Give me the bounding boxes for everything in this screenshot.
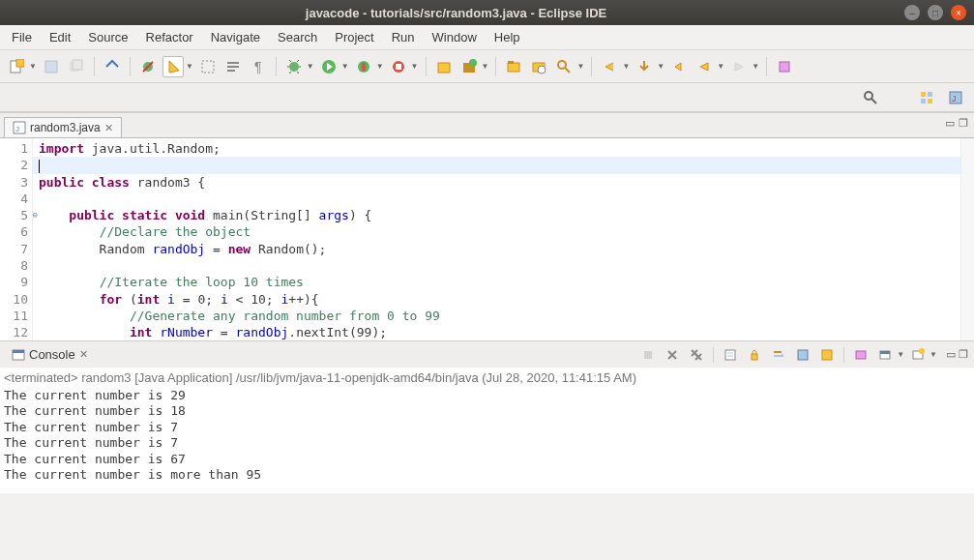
overview-ruler[interactable] — [960, 138, 974, 340]
coverage-button[interactable] — [353, 56, 374, 77]
window-titlebar: javacode - tutorials/src/random3.java - … — [0, 0, 974, 25]
open-task-button[interactable] — [528, 56, 549, 77]
menu-help[interactable]: Help — [487, 27, 528, 47]
next-annotation-button[interactable] — [634, 56, 655, 77]
window-maximize-button[interactable]: □ — [928, 5, 943, 20]
dropdown-icon[interactable]: ▼ — [897, 350, 904, 359]
code-line[interactable]: //Iterate the loop 10 times — [39, 274, 955, 290]
dropdown-icon[interactable]: ▼ — [411, 62, 419, 71]
code-line[interactable] — [39, 191, 955, 207]
toggle-breadcrumb-button[interactable] — [102, 56, 123, 77]
svg-rect-50 — [880, 351, 890, 354]
code-line[interactable]: public class random3 { — [39, 174, 955, 191]
svg-point-27 — [865, 92, 872, 100]
show-when-output-button[interactable] — [816, 344, 838, 366]
clear-console-button[interactable] — [720, 344, 741, 366]
forward-button[interactable] — [728, 56, 750, 77]
display-selected-console-button[interactable] — [874, 344, 896, 366]
new-package-button[interactable] — [458, 56, 480, 77]
menu-navigate[interactable]: Navigate — [203, 27, 268, 47]
code-editor[interactable]: 12345⊖67891011121314 import java.util.Ra… — [0, 137, 974, 340]
paragraph-button[interactable]: ¶ — [248, 56, 269, 77]
pin-editor-button[interactable] — [774, 56, 795, 77]
skip-breakpoints-button[interactable] — [137, 56, 159, 77]
menu-file[interactable]: File — [4, 27, 40, 47]
back-button[interactable] — [694, 56, 715, 77]
code-line[interactable]: //Generate any random number from 0 to 9… — [39, 308, 955, 324]
remove-all-terminated-button[interactable] — [686, 344, 707, 366]
minimize-icon[interactable]: ▭ — [945, 117, 955, 130]
main-toolbar: ▼ ▼ ¶ ▼ ▼ ▼ ▼ ▼ ▼ ▼ ▼ ▼ ▼ — [0, 50, 974, 83]
console-output[interactable]: <terminated> random3 [Java Application] … — [0, 368, 974, 493]
new-console-button[interactable] — [907, 344, 929, 366]
prev-edit-location-button[interactable] — [668, 56, 690, 77]
save-all-button[interactable] — [66, 56, 87, 77]
menu-project[interactable]: Project — [327, 27, 381, 47]
run-button[interactable] — [318, 56, 339, 77]
line-number: 4 — [0, 191, 28, 207]
code-area[interactable]: import java.util.Random;public class ran… — [33, 138, 960, 340]
line-number: 1 — [0, 140, 28, 157]
remove-launch-button[interactable] — [662, 344, 683, 366]
menu-source[interactable]: Source — [80, 27, 135, 47]
new-java-project-button[interactable] — [433, 56, 455, 77]
window-close-button[interactable]: × — [951, 5, 966, 20]
show-whitespace-button[interactable] — [222, 56, 244, 77]
toggle-block-selection-button[interactable] — [197, 56, 219, 77]
dropdown-icon[interactable]: ▼ — [930, 350, 937, 359]
dropdown-icon[interactable]: ▼ — [622, 62, 630, 71]
menu-run[interactable]: Run — [384, 27, 423, 47]
save-button[interactable] — [41, 56, 62, 77]
dropdown-icon[interactable]: ▼ — [186, 62, 193, 71]
code-line[interactable] — [39, 257, 955, 274]
open-console-button[interactable] — [850, 344, 871, 366]
scroll-lock-button[interactable] — [744, 344, 765, 366]
code-line[interactable]: public static void main(String[] args) { — [39, 207, 955, 223]
java-perspective-icon[interactable]: J — [945, 87, 966, 108]
open-perspective-button[interactable] — [916, 87, 937, 108]
close-tab-icon[interactable]: ✕ — [104, 122, 113, 134]
menu-refactor[interactable]: Refactor — [138, 27, 201, 47]
new-button[interactable] — [6, 56, 27, 77]
word-wrap-button[interactable] — [768, 344, 789, 366]
menu-bar: File Edit Source Refactor Navigate Searc… — [0, 25, 974, 50]
code-line[interactable]: import java.util.Random; — [39, 140, 955, 157]
debug-button[interactable] — [283, 56, 305, 77]
dropdown-icon[interactable]: ▼ — [376, 62, 384, 71]
dropdown-icon[interactable]: ▼ — [717, 62, 724, 71]
dropdown-icon[interactable]: ▼ — [29, 62, 37, 71]
close-console-icon[interactable]: ✕ — [79, 348, 88, 361]
minimize-view-icon[interactable]: ▭ — [946, 348, 956, 361]
maximize-view-icon[interactable]: ❐ — [959, 348, 968, 361]
code-line[interactable]: Random randObj = new Random(); — [39, 241, 955, 257]
open-type-button[interactable] — [503, 56, 524, 77]
code-line[interactable] — [39, 157, 955, 173]
window-minimize-button[interactable]: – — [904, 5, 920, 20]
console-tab[interactable]: Console ✕ — [6, 344, 94, 365]
run-last-button[interactable] — [388, 56, 409, 77]
dropdown-icon[interactable]: ▼ — [576, 62, 584, 71]
menu-search[interactable]: Search — [270, 27, 325, 47]
dropdown-icon[interactable]: ▼ — [657, 62, 664, 71]
svg-rect-39 — [644, 351, 652, 359]
code-line[interactable]: for (int i = 0; i < 10; i++){ — [39, 291, 955, 308]
dropdown-icon[interactable]: ▼ — [752, 62, 759, 71]
toggle-mark-button[interactable] — [162, 56, 184, 77]
menu-window[interactable]: Window — [425, 27, 485, 47]
last-edit-button[interactable] — [599, 56, 620, 77]
pin-console-button[interactable] — [792, 344, 813, 366]
code-line[interactable]: //Declare the object — [39, 223, 955, 240]
console-line: The current number is 67 — [4, 452, 970, 468]
dropdown-icon[interactable]: ▼ — [482, 62, 489, 71]
editor-tab-random3[interactable]: J random3.java ✕ — [4, 117, 122, 137]
dropdown-icon[interactable]: ▼ — [307, 62, 314, 71]
dropdown-icon[interactable]: ▼ — [341, 62, 349, 71]
window-title: javacode - tutorials/src/random3.java - … — [8, 6, 904, 20]
console-tab-bar: Console ✕ ▼ ▼ ▭ ❐ — [0, 340, 974, 368]
terminate-button[interactable] — [637, 344, 659, 366]
quick-search-icon[interactable] — [860, 87, 881, 108]
search-button[interactable] — [553, 56, 575, 77]
menu-edit[interactable]: Edit — [42, 27, 78, 47]
code-line[interactable]: int rNumber = randObj.nextInt(99); — [39, 324, 955, 340]
maximize-icon[interactable]: ❐ — [959, 117, 968, 130]
